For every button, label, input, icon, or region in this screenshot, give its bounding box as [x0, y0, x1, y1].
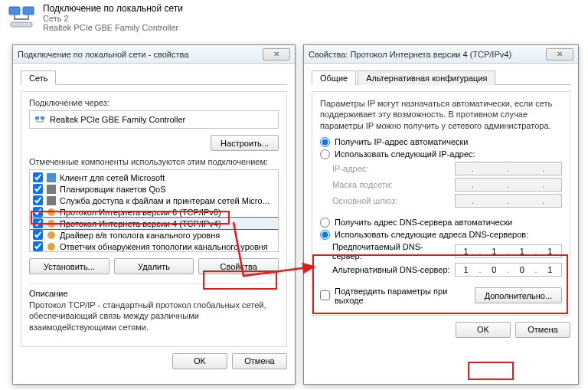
ok-button[interactable]: OK [172, 353, 227, 369]
tab-network[interactable]: Сеть [21, 70, 56, 85]
window-title: Свойства: Протокол Интернета версии 4 (T… [309, 50, 546, 59]
gateway-row: Основной шлюз: ... [332, 194, 562, 208]
titlebar[interactable]: Свойства: Протокол Интернета версии 4 (T… [304, 45, 578, 64]
adapter-mini-icon [34, 114, 45, 125]
connect-through-label: Подключение через: [29, 98, 279, 107]
description-body: Протокол TCP/IP - стандартный протокол г… [29, 300, 279, 333]
ip-address-label: IP-адрес: [332, 164, 450, 173]
window-title: Подключение по локальной сети - свойства [18, 50, 263, 59]
connection-title: Подключение по локальной сети [43, 3, 183, 14]
connection-network: Сеть 2 [43, 14, 183, 23]
component-label: Протокол Интернета версии 6 (TCP/IPv6) [60, 208, 221, 217]
svg-rect-3 [35, 116, 39, 120]
validate-on-exit[interactable]: Подтвердить параметры при выходе [320, 287, 475, 305]
subnet-mask-field: ... [455, 178, 562, 192]
component-checkbox[interactable] [33, 195, 43, 205]
component-checkbox[interactable] [33, 184, 43, 194]
component-label: Драйвер в/в тополога канального уровня [60, 231, 220, 240]
list-item[interactable]: Клиент для сетей Microsoft [30, 172, 278, 183]
ip-address-row: IP-адрес: ... [332, 162, 562, 175]
svg-point-8 [47, 208, 55, 216]
radio-dns-auto[interactable]: Получить адрес DNS-сервера автоматически [320, 218, 562, 228]
radio-input[interactable] [320, 218, 330, 228]
alternate-dns-row: Альтернативный DNS-сервер: 1. 0. 0. 1 [332, 263, 562, 277]
component-label: Служба доступа к файлам и принтерам сете… [60, 196, 270, 205]
list-item-selected[interactable]: Протокол Интернета версии 4 (TCP/IPv4) [30, 218, 278, 229]
radio-ip-manual[interactable]: Использовать следующий IP-адрес: [320, 149, 562, 159]
component-label: Клиент для сетей Microsoft [60, 173, 165, 182]
component-label: Протокол Интернета версии 4 (TCP/IPv4) [60, 219, 221, 228]
radio-label: Использовать следующий IP-адрес: [335, 149, 475, 159]
ok-button[interactable]: OK [456, 322, 511, 338]
adapter-box: Realtek PCIe GBE Family Controller [29, 110, 279, 129]
tab-alt-config[interactable]: Альтернативная конфигурация [358, 70, 495, 85]
component-label: Планировщик пакетов QoS [60, 185, 166, 194]
description-title: Описание [29, 289, 279, 298]
tabs: Сеть [21, 70, 287, 85]
checkbox-input[interactable] [320, 290, 330, 300]
gateway-label: Основной шлюз: [332, 196, 450, 205]
ip-address-field: ... [455, 162, 562, 175]
list-item[interactable]: Драйвер в/в тополога канального уровня [30, 229, 278, 241]
network-adapter-icon [6, 4, 37, 31]
radio-label: Использовать следующие адреса DNS-сервер… [335, 230, 528, 239]
components-label: Отмеченные компоненты используются этим … [29, 157, 279, 166]
client-icon [46, 172, 57, 183]
preferred-dns-label: Предпочитаемый DNS-сервер: [332, 242, 450, 261]
component-checkbox[interactable] [33, 207, 43, 217]
ipv4-properties-window: Свойства: Протокол Интернета версии 4 (T… [303, 44, 579, 385]
component-checkbox[interactable] [33, 172, 43, 182]
connection-text: Подключение по локальной сети Сеть 2 Rea… [43, 3, 183, 32]
configure-button[interactable]: Настроить... [211, 135, 279, 151]
tab-general[interactable]: Общие [312, 70, 356, 85]
cancel-button[interactable]: Отмена [515, 322, 570, 338]
radio-input[interactable] [320, 137, 330, 147]
subnet-mask-label: Маска подсети: [332, 180, 450, 189]
svg-rect-0 [9, 7, 20, 15]
alternate-dns-field[interactable]: 1. 0. 0. 1 [455, 263, 562, 277]
component-checkbox[interactable] [33, 218, 43, 228]
components-list[interactable]: Клиент для сетей Microsoft Планировщик п… [29, 169, 279, 252]
install-button[interactable]: Установить... [29, 258, 109, 274]
radio-ip-auto[interactable]: Получить IP-адрес автоматически [320, 137, 562, 147]
properties-button[interactable]: Свойства [198, 258, 279, 274]
svg-point-11 [47, 243, 55, 251]
subnet-mask-row: Маска подсети: ... [332, 178, 562, 192]
component-checkbox[interactable] [33, 230, 43, 240]
protocol-icon [46, 218, 57, 229]
advanced-button[interactable]: Дополнительно... [475, 287, 562, 303]
adapter-name: Realtek PCIe GBE Family Controller [50, 115, 185, 124]
svg-rect-5 [47, 173, 56, 182]
radio-input[interactable] [320, 149, 330, 159]
preferred-dns-row: Предпочитаемый DNS-сервер: 1. 1. 1. 1 [332, 242, 562, 261]
gateway-field: ... [455, 194, 562, 208]
radio-input[interactable] [320, 230, 330, 240]
protocol-icon [46, 230, 57, 241]
preferred-dns-field[interactable]: 1. 1. 1. 1 [455, 244, 562, 258]
connection-adapter: Realtek PCIe GBE Family Controller [43, 23, 183, 32]
list-item[interactable]: Служба доступа к файлам и принтерам сете… [30, 195, 278, 206]
component-checkbox[interactable] [33, 241, 43, 251]
svg-rect-6 [47, 185, 56, 194]
close-button[interactable]: ✕ [263, 48, 290, 61]
cancel-button[interactable]: Отмена [232, 353, 287, 369]
protocol-icon [46, 241, 57, 252]
protocol-icon [46, 207, 57, 218]
svg-point-10 [47, 231, 55, 239]
tabs: Общие Альтернативная конфигурация [312, 70, 570, 85]
svg-rect-7 [47, 196, 56, 205]
checkbox-label: Подтвердить параметры при выходе [335, 287, 475, 305]
list-item[interactable]: Планировщик пакетов QoS [30, 183, 278, 195]
radio-dns-manual[interactable]: Использовать следующие адреса DNS-сервер… [320, 230, 562, 240]
svg-rect-4 [41, 116, 44, 120]
radio-label: Получить IP-адрес автоматически [335, 137, 468, 146]
svg-rect-2 [11, 22, 32, 27]
titlebar[interactable]: Подключение по локальной сети - свойства… [13, 45, 295, 64]
uninstall-button[interactable]: Удалить [114, 258, 194, 274]
list-item[interactable]: Протокол Интернета версии 6 (TCP/IPv6) [30, 206, 278, 218]
radio-label: Получить адрес DNS-сервера автоматически [335, 218, 512, 227]
close-button[interactable]: ✕ [546, 48, 573, 61]
list-item[interactable]: Ответчик обнаружения топологии канальног… [30, 241, 278, 252]
intro-text: Параметры IP могут назначаться автоматич… [320, 98, 562, 131]
alternate-dns-label: Альтернативный DNS-сервер: [332, 265, 450, 274]
